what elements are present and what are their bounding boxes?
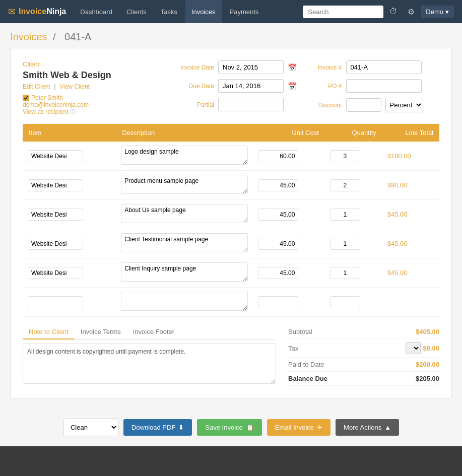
item-input[interactable] bbox=[28, 267, 83, 279]
client-section: Client Smith Web & Design Edit Client | … bbox=[23, 60, 164, 116]
qty-input[interactable] bbox=[330, 150, 360, 162]
contact-name: Peter Smith bbox=[31, 94, 63, 101]
qty-input[interactable] bbox=[330, 238, 360, 250]
invoice-date-label: Invoice Date bbox=[174, 64, 214, 71]
subtotal-value: $405.00 bbox=[416, 328, 439, 335]
brand-text: InvoiceNinja bbox=[19, 7, 66, 16]
breadcrumb-parent[interactable]: Invoices bbox=[10, 31, 47, 42]
balance-label: Balance Due bbox=[288, 375, 327, 382]
search-input[interactable] bbox=[303, 6, 383, 18]
desc-textarea[interactable]: Logo design sample bbox=[121, 146, 248, 165]
item-input[interactable] bbox=[28, 296, 83, 308]
items-table: Item Description Unit Cost Quantity Line… bbox=[23, 124, 439, 317]
notes-tab-bar: Note to Client Invoice Terms Invoice Foo… bbox=[23, 325, 276, 339]
partial-input[interactable] bbox=[218, 98, 284, 111]
invoice-num-row: Invoice # bbox=[312, 60, 440, 74]
invoice-card: Client Smith Web & Design Edit Client | … bbox=[10, 48, 452, 398]
line-total: $45.00 bbox=[387, 211, 412, 218]
col-quantity: Quantity bbox=[325, 124, 382, 142]
discount-type-select[interactable]: Percent Amount bbox=[385, 98, 423, 112]
qty-input[interactable] bbox=[330, 179, 360, 191]
notes-section: Note to Client Invoice Terms Invoice Foo… bbox=[23, 325, 276, 386]
nav-dashboard[interactable]: Dashboard bbox=[74, 0, 118, 23]
main-container: Client Smith Web & Design Edit Client | … bbox=[0, 48, 462, 409]
tab-invoice-terms[interactable]: Invoice Terms bbox=[75, 325, 127, 339]
cost-input[interactable] bbox=[258, 179, 298, 191]
qty-input[interactable] bbox=[330, 296, 360, 308]
qty-input[interactable] bbox=[330, 209, 360, 221]
tax-select[interactable] bbox=[406, 342, 421, 354]
po-label: PO # bbox=[312, 83, 342, 90]
col-item: Item bbox=[23, 124, 116, 142]
invoice-date-input[interactable] bbox=[218, 60, 284, 74]
contact-checkbox[interactable] bbox=[23, 95, 29, 101]
tab-note-to-client[interactable]: Note to Client bbox=[23, 325, 75, 339]
desc-textarea[interactable] bbox=[121, 292, 248, 311]
demo-button[interactable]: Demo ▾ bbox=[421, 6, 454, 18]
more-actions-button[interactable]: More Actions ▲ bbox=[336, 419, 399, 436]
item-input[interactable] bbox=[28, 179, 83, 191]
invoice-date-row: Invoice Date 📅 bbox=[174, 60, 302, 74]
desc-textarea[interactable]: Client Testimonial sample page bbox=[121, 233, 248, 252]
navbar: ✉ InvoiceNinja Dashboard Clients Tasks I… bbox=[0, 0, 462, 23]
cost-input[interactable] bbox=[258, 150, 298, 162]
breadcrumb: Invoices / 041-A bbox=[0, 23, 462, 48]
desc-textarea[interactable]: About Us sample page bbox=[121, 204, 248, 223]
calendar-icon[interactable]: 📅 bbox=[288, 63, 296, 72]
discount-row: Discount Percent Amount bbox=[312, 98, 440, 112]
paid-row: Paid to Date $200.00 bbox=[288, 358, 439, 372]
invoice-num-label: Invoice # bbox=[312, 64, 342, 71]
table-row: Product menu sample page $90.00 bbox=[23, 171, 439, 200]
item-input[interactable] bbox=[28, 238, 83, 250]
brand: ✉ InvoiceNinja bbox=[8, 6, 66, 17]
nav-payments[interactable]: Payments bbox=[224, 0, 265, 23]
clock-icon-btn[interactable]: ⏱ bbox=[385, 0, 402, 23]
download-pdf-button[interactable]: Download PDF ⬇ bbox=[123, 419, 192, 436]
cost-input[interactable] bbox=[258, 209, 298, 221]
tab-invoice-footer[interactable]: Invoice Footer bbox=[127, 325, 180, 339]
partial-label: Partial bbox=[174, 101, 214, 108]
template-select-wrap: Clean bbox=[63, 419, 118, 436]
due-date-row: Due Date 📅 bbox=[174, 79, 302, 93]
nav-tasks[interactable]: Tasks bbox=[155, 0, 183, 23]
desc-textarea[interactable]: Client Inquiry sample page bbox=[121, 262, 248, 282]
note-textarea[interactable]: All design content is copyrighted until … bbox=[23, 344, 276, 384]
paid-label: Paid to Date bbox=[288, 361, 324, 368]
cost-input[interactable] bbox=[258, 238, 298, 250]
balance-row: Balance Due $205.00 bbox=[288, 372, 439, 386]
totals-section: Subtotal $405.00 Tax $0.00 Paid to Date … bbox=[288, 325, 439, 386]
desc-textarea[interactable]: Product menu sample page bbox=[121, 175, 248, 194]
invoice-num-input[interactable] bbox=[346, 60, 422, 74]
po-row: PO # bbox=[312, 79, 440, 93]
partial-row: Partial bbox=[174, 98, 302, 111]
discount-label: Discount bbox=[312, 102, 342, 109]
cost-input[interactable] bbox=[258, 267, 298, 279]
nav-clients[interactable]: Clients bbox=[120, 0, 153, 23]
line-total: $45.00 bbox=[387, 240, 412, 247]
qty-input[interactable] bbox=[330, 267, 360, 279]
save-invoice-button[interactable]: Save Invoice 📋 bbox=[197, 419, 261, 436]
due-calendar-icon[interactable]: 📅 bbox=[288, 82, 296, 90]
table-row: Client Inquiry sample page $45.00 bbox=[23, 258, 439, 288]
edit-client-link[interactable]: Edit Client bbox=[23, 83, 50, 90]
item-input[interactable] bbox=[28, 209, 83, 221]
info-icon: ⓘ bbox=[70, 109, 76, 115]
line-total: $180.00 bbox=[387, 152, 415, 160]
contact-checkbox-label[interactable]: Peter Smith bbox=[23, 94, 164, 101]
tax-row: Tax $0.00 bbox=[288, 339, 439, 358]
table-row: Client Testimonial sample page $45.00 bbox=[23, 229, 439, 258]
po-input[interactable] bbox=[346, 79, 422, 93]
template-select[interactable]: Clean bbox=[63, 419, 118, 436]
settings-icon-btn[interactable]: ⚙ bbox=[404, 0, 419, 23]
table-row: About Us sample page $45.00 bbox=[23, 200, 439, 229]
footer-actions: Clean Download PDF ⬇ Save Invoice 📋 Emai… bbox=[0, 409, 462, 446]
discount-input[interactable] bbox=[346, 98, 381, 112]
due-date-input[interactable] bbox=[218, 79, 284, 93]
view-client-link[interactable]: View Client bbox=[59, 83, 90, 90]
item-input[interactable] bbox=[28, 150, 83, 162]
brand-icon: ✉ bbox=[8, 6, 16, 17]
nav-invoices[interactable]: Invoices bbox=[185, 0, 222, 23]
view-recipient-link[interactable]: View as recipient ⓘ bbox=[23, 108, 164, 116]
cost-input[interactable] bbox=[258, 296, 298, 308]
email-invoice-button[interactable]: Email Invoice ✈ bbox=[267, 419, 331, 436]
